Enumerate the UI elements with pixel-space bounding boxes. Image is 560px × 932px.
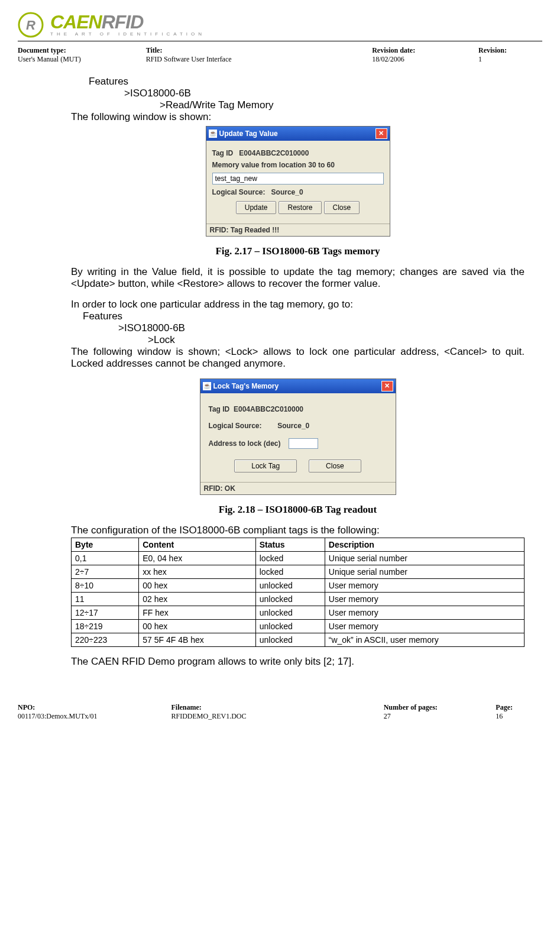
nav2-features: Features <box>83 310 525 322</box>
table-cell: 00 hex <box>139 620 255 633</box>
table-cell: unlocked <box>255 606 325 620</box>
logo-name: CAENRFID <box>50 14 205 31</box>
table-cell: unlocked <box>255 633 325 647</box>
text-following-window-1: The following window is shown: <box>71 111 525 123</box>
logical-source-value: Source_0 <box>271 188 303 196</box>
svg-text:R: R <box>26 18 35 33</box>
dialog-title: Update Tag Value <box>219 130 278 138</box>
table-row: 0,1E0, 04 hexlockedUnique serial number <box>72 552 525 565</box>
table-row: 8÷1000 hexunlockedUser memory <box>72 579 525 593</box>
rev-date-value: 18/02/2006 <box>372 55 443 64</box>
table-row: 220÷22357 5F 4F 4B hexunlocked“w_ok” in … <box>72 633 525 647</box>
table-row: 18÷21900 hexunlockedUser memory <box>72 620 525 633</box>
final-line: The CAEN RFID Demo program allows to wri… <box>71 656 525 668</box>
nav-iso: >ISO18000-6B <box>124 88 525 99</box>
pages-value: 27 <box>384 712 467 721</box>
table-cell: locked <box>255 565 325 579</box>
lock-status-bar: RFID: OK <box>200 482 396 494</box>
lock-source-value: Source_0 <box>277 422 309 430</box>
table-cell: 2÷7 <box>72 565 139 579</box>
dialog-titlebar: ☕ Update Tag Value ✕ <box>206 127 390 141</box>
table-cell: 220÷223 <box>72 633 139 647</box>
dialog2-title: Lock Tag's Memory <box>213 382 279 390</box>
logo-header: R CAENRFID THE ART OF IDENTIFICATION <box>18 12 542 41</box>
lock-close-button[interactable]: Close <box>309 459 361 473</box>
logical-source-label: Logical Source: <box>212 188 266 196</box>
table-cell: 02 hex <box>139 593 255 606</box>
table-row: 2÷7xx hexlockedUnique serial number <box>72 565 525 579</box>
rev-value: 1 <box>478 55 507 64</box>
close-icon[interactable]: ✕ <box>376 128 387 139</box>
table-cell: 00 hex <box>139 579 255 593</box>
table-cell: 11 <box>72 593 139 606</box>
table-cell: User memory <box>325 593 524 606</box>
status-bar: RFID: Tag Readed !!! <box>206 224 390 236</box>
table-cell: unlocked <box>255 620 325 633</box>
figure-caption-2: Fig. 2.18 – ISO18000-6B Tag readout <box>71 504 525 516</box>
logo-tagline: THE ART OF IDENTIFICATION <box>50 31 205 37</box>
table-cell: “w_ok” in ASCII, user memory <box>325 633 524 647</box>
filename-value: RFIDDEMO_REV1.DOC <box>171 712 354 721</box>
table-cell: unlocked <box>255 579 325 593</box>
rev-label: Revision: <box>478 46 507 55</box>
table-cell: xx hex <box>139 565 255 579</box>
table-header: Status <box>255 538 325 552</box>
table-cell: Unique serial number <box>325 565 524 579</box>
npo-value: 00117/03:Demox.MUTx/01 <box>18 712 141 721</box>
filename-label: Filename: <box>171 703 354 712</box>
logo-text: CAENRFID THE ART OF IDENTIFICATION <box>50 14 205 37</box>
logo-r-icon: R <box>18 12 44 38</box>
table-cell: locked <box>255 552 325 565</box>
config-table: ByteContentStatusDescription 0,1E0, 04 h… <box>71 538 525 647</box>
table-cell: 18÷219 <box>72 620 139 633</box>
java-icon: ☕ <box>203 382 211 390</box>
nav-readwrite: >Read/Write Tag Memory <box>160 99 525 111</box>
nav2-iso: >ISO18000-6B <box>118 322 525 334</box>
memory-value-label: Memory value from location 30 to 60 <box>212 161 384 169</box>
figure-caption-1: Fig. 2.17 – ISO18000-6B Tags memory <box>71 245 525 257</box>
address-lock-label: Address to lock (dec) <box>209 439 281 448</box>
table-header: Description <box>325 538 524 552</box>
address-lock-input[interactable] <box>289 438 318 449</box>
table-cell: 12÷17 <box>72 606 139 620</box>
java-icon: ☕ <box>209 130 217 138</box>
restore-button[interactable]: Restore <box>279 201 321 214</box>
lock-tag-id-value: E004ABBC2C010000 <box>234 405 303 413</box>
table-cell: 57 5F 4F 4B hex <box>139 633 255 647</box>
doc-type-label: Document type: <box>18 46 111 55</box>
memory-value-input[interactable] <box>212 173 384 185</box>
lock-tag-button[interactable]: Lock Tag <box>234 459 297 473</box>
tag-id-label: Tag ID <box>212 149 234 157</box>
table-cell: User memory <box>325 620 524 633</box>
table-cell: 8÷10 <box>72 579 139 593</box>
table-header: Content <box>139 538 255 552</box>
page-footer: NPO: 00117/03:Demox.MUTx/01 Filename: RF… <box>18 703 542 721</box>
paragraph-3: The following window is shown; <Lock> al… <box>71 346 525 370</box>
update-button[interactable]: Update <box>236 201 277 214</box>
table-cell: FF hex <box>139 606 255 620</box>
lock-source-label: Logical Source: <box>209 422 262 430</box>
dialog2-titlebar: ☕ Lock Tag's Memory ✕ <box>200 379 396 393</box>
table-cell: User memory <box>325 606 524 620</box>
close-icon[interactable]: ✕ <box>381 381 393 391</box>
tag-id-value: E004ABBC2C010000 <box>239 149 309 157</box>
page-label: Page: <box>496 703 513 712</box>
npo-label: NPO: <box>18 703 141 712</box>
rev-date-label: Revision date: <box>372 46 443 55</box>
nav-features: Features <box>89 76 525 88</box>
paragraph-1: By writing in the Value field, it is pos… <box>71 266 525 290</box>
table-intro: The configuration of the ISO18000-6B com… <box>71 525 525 536</box>
lock-tag-id-label: Tag ID <box>209 405 230 413</box>
page-value: 16 <box>496 712 513 721</box>
paragraph-2: In order to lock one particular address … <box>71 299 525 310</box>
title-label: Title: <box>146 46 337 55</box>
doc-type-value: User's Manual (MUT) <box>18 55 111 64</box>
title-value: RFID Software User Interface <box>146 55 337 64</box>
table-header: Byte <box>72 538 139 552</box>
close-button[interactable]: Close <box>324 201 360 214</box>
table-cell: Unique serial number <box>325 552 524 565</box>
nav2-lock: >Lock <box>148 334 525 346</box>
table-cell: User memory <box>325 579 524 593</box>
table-cell: unlocked <box>255 593 325 606</box>
table-cell: E0, 04 hex <box>139 552 255 565</box>
